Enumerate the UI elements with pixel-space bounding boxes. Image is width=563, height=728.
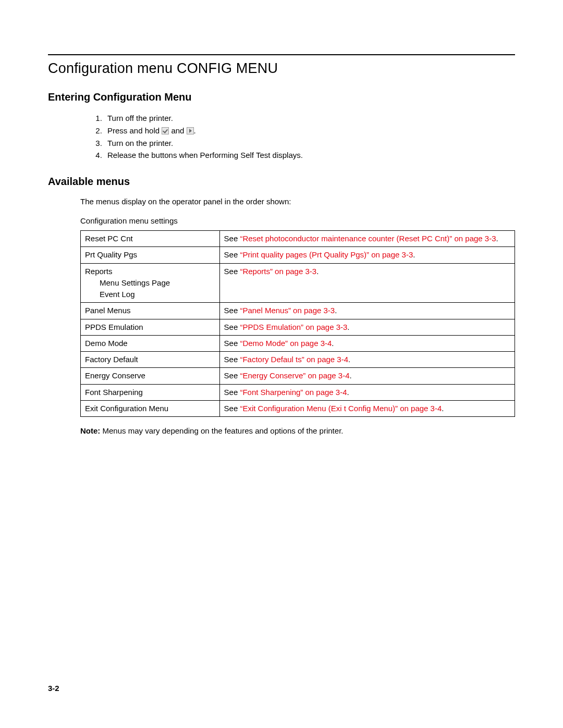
setting-name-cell: PPDS Emulation [81,319,220,335]
table-row: PPDS EmulationSee “PPDS Emulation” on pa… [81,319,515,335]
setting-ref-cell: See “Reset photoconductor maintenance co… [219,231,515,247]
cross-reference-link[interactable]: “Print quality pages (Prt Quality Pgs)” … [240,250,413,259]
setting-name-cell: Font Sharpening [81,384,220,400]
cross-reference-link[interactable]: “Font Sharpening” on page 3-4 [240,388,347,397]
see-prefix: See [224,267,240,276]
table-caption: Configuration menu settings [48,216,515,225]
available-intro: The menus display on the operator panel … [48,197,515,206]
table-row: Demo ModeSee “Demo Mode” on page 3-4. [81,335,515,351]
setting-name: Energy Conserve [85,371,145,380]
setting-name: Demo Mode [85,339,128,348]
config-settings-table: Reset PC CntSee “Reset photoconductor ma… [80,230,515,417]
setting-ref-cell: See “Demo Mode” on page 3-4. [219,335,515,351]
setting-name: Factory Default [85,355,138,364]
see-prefix: See [224,388,240,397]
see-suffix: . [413,250,415,259]
see-suffix: . [347,323,349,331]
setting-ref-cell: See “Exit Configuration Menu (Exi t Conf… [219,400,515,416]
cross-reference-link[interactable]: “Demo Mode” on page 3-4 [240,339,332,348]
note-label: Note: [80,426,103,435]
see-suffix: . [332,339,334,348]
see-prefix: See [224,306,240,315]
setting-name-cell: Exit Configuration Menu [81,400,220,416]
step-item: Turn off the printer. [104,113,515,124]
setting-name: Reports [85,267,113,276]
setting-name-cell: Reset PC Cnt [81,231,220,247]
see-suffix: . [335,306,337,315]
step-item: Turn on the printer. [104,138,515,149]
setting-ref-cell: See “Reports” on page 3-3. [219,263,515,303]
see-suffix: . [347,388,349,397]
table-row: Factory DefaultSee “Factory Defaul ts” o… [81,352,515,368]
see-prefix: See [224,404,240,413]
see-suffix: . [496,234,498,243]
table-row: Energy ConserveSee “Energy Conserve” on … [81,368,515,384]
setting-name: Font Sharpening [85,388,143,397]
entering-steps-list: Turn off the printer. Press and hold and… [48,113,515,161]
right-arrow-icon [187,127,194,134]
see-prefix: See [224,323,240,331]
table-row: Prt Quality PgsSee “Print quality pages … [81,247,515,263]
note-paragraph: Note: Menus may vary depending on the fe… [48,426,515,435]
setting-name: Reset PC Cnt [85,234,133,243]
step-item: Press and hold and . [104,125,515,137]
see-suffix: . [442,404,444,413]
table-row: Panel MenusSee “Panel Menus” on page 3-3… [81,303,515,319]
cross-reference-link[interactable]: “Energy Conserve” on page 3-4 [240,371,349,380]
setting-name-cell: Panel Menus [81,303,220,319]
setting-ref-cell: See “Font Sharpening” on page 3-4. [219,384,515,400]
section-entering-title: Entering Configuration Menu [48,91,515,103]
step-text-mid: and [169,126,186,135]
cross-reference-link[interactable]: “Reset photoconductor maintenance counte… [240,234,496,243]
setting-name-cell: Prt Quality Pgs [81,247,220,263]
see-prefix: See [224,339,240,348]
setting-ref-cell: See “Factory Defaul ts” on page 3-4. [219,352,515,368]
top-rule [48,54,515,55]
cross-reference-link[interactable]: “Reports” on page 3-3 [240,267,316,276]
setting-name-cell: Factory Default [81,352,220,368]
step-text-suffix: . [194,126,196,135]
see-suffix: . [316,267,319,276]
step-item: Release the buttons when Performing Self… [104,150,515,161]
setting-sub-item: Event Log [85,289,215,300]
setting-name: PPDS Emulation [85,323,143,331]
page-title: Configuration menu CONFIG MENU [48,60,515,77]
setting-name: Prt Quality Pgs [85,250,137,259]
table-row: ReportsMenu Settings PageEvent LogSee “R… [81,263,515,303]
see-prefix: See [224,250,240,259]
setting-name-cell: ReportsMenu Settings PageEvent Log [81,263,220,303]
step-text-prefix: Press and hold [107,126,162,135]
document-page: Configuration menu CONFIG MENU Entering … [0,0,563,728]
see-prefix: See [224,355,240,364]
table-row: Reset PC CntSee “Reset photoconductor ma… [81,231,515,247]
note-text: Menus may vary depending on the features… [103,426,344,435]
setting-ref-cell: See “Panel Menus” on page 3-3. [219,303,515,319]
cross-reference-link[interactable]: “Exit Configuration Menu (Exi t Config M… [240,404,442,413]
setting-name-cell: Demo Mode [81,335,220,351]
see-prefix: See [224,371,240,380]
cross-reference-link[interactable]: “Factory Defaul ts” on page 3-4 [240,355,348,364]
setting-ref-cell: See “PPDS Emulation” on page 3-3. [219,319,515,335]
setting-ref-cell: See “Energy Conserve” on page 3-4. [219,368,515,384]
see-prefix: See [224,234,240,243]
setting-name: Exit Configuration Menu [85,404,168,413]
setting-sub-item: Menu Settings Page [85,278,215,288]
page-number: 3-2 [48,684,59,693]
cross-reference-link[interactable]: “Panel Menus” on page 3-3 [240,306,335,315]
see-suffix: . [348,355,350,364]
section-available-title: Available menus [48,176,515,188]
check-icon [162,127,169,134]
setting-ref-cell: See “Print quality pages (Prt Quality Pg… [219,247,515,263]
setting-name-cell: Energy Conserve [81,368,220,384]
cross-reference-link[interactable]: “PPDS Emulation” on page 3-3 [240,323,347,331]
table-row: Exit Configuration MenuSee “Exit Configu… [81,400,515,416]
see-suffix: . [350,371,352,380]
setting-name: Panel Menus [85,306,131,315]
table-row: Font SharpeningSee “Font Sharpening” on … [81,384,515,400]
